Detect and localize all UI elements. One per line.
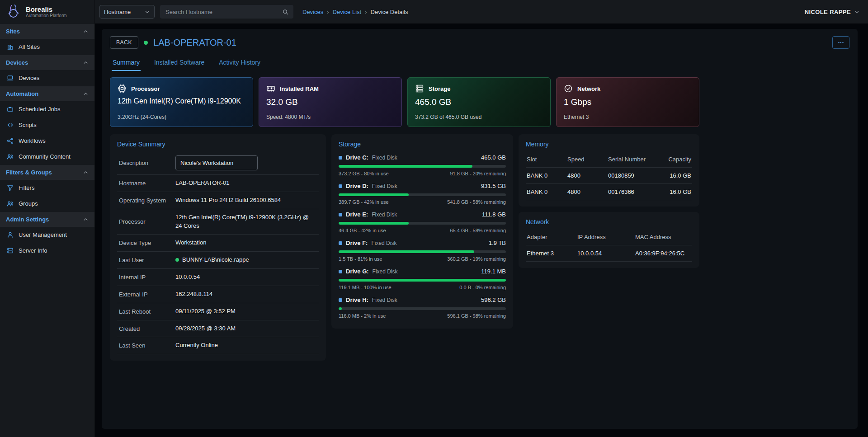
drive-row-h: Drive H: Fixed Disk 596.2 GB 116.0 MB - … [339, 294, 506, 322]
panel-title: Memory [526, 141, 692, 148]
sidebar-item-community-content[interactable]: Community Content [0, 149, 94, 164]
breadcrumb-separator: › [365, 9, 367, 15]
section-label: Devices [6, 59, 28, 66]
bunny-logo-icon [5, 4, 22, 20]
sidebar-section-sites[interactable]: Sites [0, 24, 94, 39]
drive-remaining: 360.2 GB - 19% remaining [447, 256, 506, 262]
hostname-filter-value: Hostname [104, 9, 131, 15]
chevron-up-icon [83, 91, 89, 97]
drive-row-d: Drive D: Fixed Disk 931.5 GB 389.7 GB - … [339, 180, 506, 208]
search-icon[interactable] [282, 9, 289, 15]
sidebar-item-server-info[interactable]: Server Info [0, 243, 94, 258]
user-name: NICOLE RAPPE [805, 9, 851, 15]
sidebar-section-filters-groups[interactable]: Filters & Groups [0, 165, 94, 180]
summary-row-processor: Processor 12th Gen Intel(R) Core(TM) i9-… [117, 209, 319, 235]
section-label: Admin Settings [6, 216, 49, 223]
search-box [160, 5, 293, 19]
app-title: Borealis [26, 5, 67, 13]
nav-item-label: All Sites [19, 43, 40, 50]
right-column: Memory Slot Speed Serial Number Capacity… [519, 134, 699, 268]
stat-card-footer: 373.2 GB of 465.0 GB used [415, 114, 543, 120]
back-button[interactable]: BACK [110, 36, 138, 49]
drive-usage-bar [339, 250, 506, 253]
more-menu-button[interactable] [832, 36, 849, 49]
memory-chip-icon [266, 84, 275, 93]
summary-row-description: Description [117, 151, 319, 175]
stat-card-label: Processor [131, 85, 160, 92]
funnel-icon [7, 184, 14, 191]
topbar: Hostname Devices › Device List › Device … [95, 0, 868, 23]
summary-row-last-user: Last User BUNNY-LAB\nicole.rappe [117, 252, 319, 269]
stat-card-network: Network 1 Gbps Ethernet 3 [556, 77, 699, 127]
drive-used: 389.7 GB - 42% in use [339, 199, 389, 205]
sidebar-item-filters[interactable]: Filters [0, 180, 94, 196]
building-icon [7, 43, 14, 50]
section-label: Sites [6, 28, 20, 35]
stat-card-value: 465.0 GB [415, 97, 543, 107]
drive-used: 119.1 MB - 100% in use [339, 285, 392, 290]
sidebar-item-scripts[interactable]: Scripts [0, 117, 94, 133]
network-panel: Network Adapter IP Address MAC Address E… [519, 212, 699, 268]
drive-bullet-icon [339, 241, 342, 245]
drive-bullet-icon [339, 184, 342, 188]
stat-cards-row: Processor 12th Gen Intel(R) Core(TM) i9-… [110, 77, 849, 127]
stat-card-storage: Storage 465.0 GB 373.2 GB of 465.0 GB us… [407, 77, 551, 127]
drive-used: 46.4 GB - 42% in use [339, 228, 386, 233]
laptop-icon [7, 75, 14, 81]
tab-activity-history[interactable]: Activity History [218, 56, 261, 71]
summary-row-last-reboot: Last Reboot 09/11/2025 @ 3:52 PM [117, 303, 319, 320]
drive-usage-bar [339, 222, 506, 225]
drive-row-e: Drive E: Fixed Disk 111.8 GB 46.4 GB - 4… [339, 208, 506, 237]
drive-usage-bar [339, 193, 506, 196]
nav-item-label: User Management [19, 231, 67, 238]
sidebar-section-admin-settings[interactable]: Admin Settings [0, 212, 94, 227]
sidebar-item-user-management[interactable]: User Management [0, 227, 94, 243]
device-details-panel: BACK LAB-OPERATOR-01 Summary Installed S… [102, 29, 858, 429]
summary-row-device-type: Device Type Workstation [117, 235, 319, 252]
nav-item-label: Community Content [19, 153, 71, 160]
nav-item-label: Scripts [19, 122, 37, 128]
description-input[interactable] [175, 155, 258, 170]
main-area: Hostname Devices › Device List › Device … [95, 0, 868, 437]
summary-row-internal-ip: Internal IP 10.0.0.54 [117, 269, 319, 286]
user-icon [7, 231, 14, 238]
sidebar-item-groups[interactable]: Groups [0, 196, 94, 211]
tab-summary[interactable]: Summary [112, 56, 141, 71]
device-header: BACK LAB-OPERATOR-01 [110, 36, 849, 49]
nav-item-label: Groups [19, 200, 38, 207]
breadcrumb-device-list[interactable]: Device List [333, 9, 362, 15]
chevron-up-icon [83, 216, 89, 222]
tab-installed-software[interactable]: Installed Software [153, 56, 205, 71]
sidebar-item-workflows[interactable]: Workflows [0, 133, 94, 149]
breadcrumb-devices[interactable]: Devices [302, 9, 323, 15]
sidebar-section-automation[interactable]: Automation [0, 86, 94, 101]
chevron-up-icon [83, 28, 89, 34]
online-status-dot [144, 41, 148, 45]
nav-item-label: Filters [19, 184, 34, 191]
sidebar-item-devices[interactable]: Devices [0, 70, 94, 86]
panel-title: Storage [339, 141, 506, 148]
online-dot [175, 258, 179, 262]
stat-card-footer: 3.20GHz (24-Cores) [118, 114, 245, 120]
chevron-up-icon [83, 60, 89, 66]
summary-row-external-ip: External IP 162.248.8.114 [117, 286, 319, 303]
panel-title: Device Summary [117, 141, 319, 148]
stat-card-value: 32.0 GB [266, 97, 394, 107]
stat-card-value: 1 Gbps [564, 97, 692, 107]
drive-usage-bar [339, 165, 506, 168]
user-menu[interactable]: NICOLE RAPPE [805, 9, 860, 15]
network-header-row: Adapter IP Address MAC Address [526, 229, 692, 245]
stat-card-ram: Installed RAM 32.0 GB Speed: 4800 MT/s [259, 77, 402, 127]
sidebar-item-scheduled-jobs[interactable]: Scheduled Jobs [0, 101, 94, 117]
nav-item-label: Devices [19, 75, 39, 81]
hostname-filter-select[interactable]: Hostname [99, 5, 155, 19]
breadcrumb-separator: › [327, 9, 329, 15]
search-input[interactable] [165, 8, 282, 16]
drive-used: 116.0 MB - 2% in use [339, 313, 386, 319]
stat-card-footer: Speed: 4800 MT/s [266, 114, 394, 120]
stat-card-label: Network [577, 85, 600, 92]
sidebar-section-devices[interactable]: Devices [0, 55, 94, 70]
sidebar-item-all-sites[interactable]: All Sites [0, 39, 94, 55]
page-title: LAB-OPERATOR-01 [153, 38, 236, 48]
briefcase-icon [7, 106, 14, 113]
